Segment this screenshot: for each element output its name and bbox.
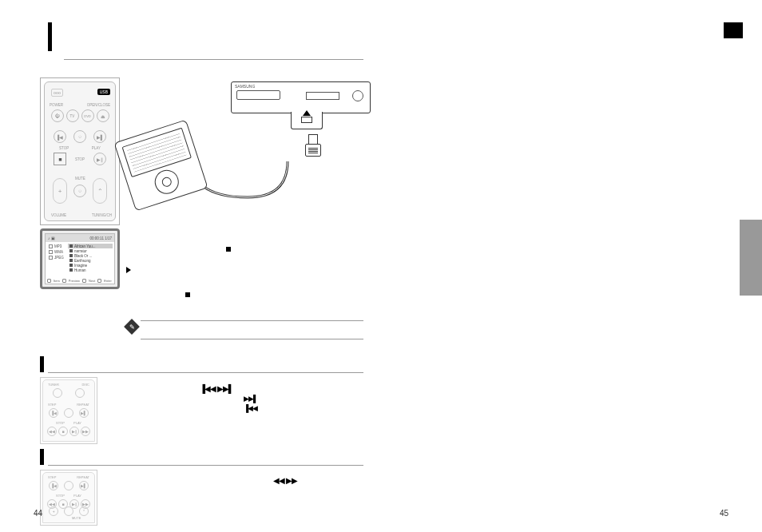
note-divider-top: [141, 320, 363, 321]
page-number-left: 44: [34, 509, 42, 518]
osd-footer-icon: [62, 279, 66, 283]
source-button: ○: [73, 130, 86, 143]
step-pointer: [126, 267, 134, 274]
label-openclose: OPEN/CLOSE: [87, 103, 110, 107]
mute-button: ○: [73, 185, 86, 197]
note-divider-bottom: [141, 339, 363, 339]
osd-side-jpeg: JPEG: [47, 255, 66, 260]
label-stop-mid: STOP: [75, 157, 85, 161]
remote-control-small: TUNER DISC STEP REPEAT ▐◀▶▌ STOP PLAY ◀◀…: [40, 377, 97, 444]
stop-button: ■: [54, 153, 66, 165]
ffrw-icons: ◀◀ ▶▶: [273, 476, 297, 485]
label-volume: VOLUME: [51, 213, 66, 217]
prev-button: ▐◀: [54, 130, 66, 143]
skip-forward-button: ▶▌: [79, 408, 89, 418]
label-mute: MUTE: [75, 177, 85, 181]
brand-label: SAMSUNG: [235, 84, 255, 89]
osd-side-wma: WMA: [47, 249, 66, 255]
skip-forward-icon: ▶▶▌: [244, 395, 257, 403]
label-tuning: TUNING/CH: [92, 213, 112, 217]
osd-footer-icon: [82, 279, 86, 283]
osd-footer-icon: [97, 279, 101, 283]
osd-list-item: Human: [68, 268, 113, 272]
usb-port-icon: [291, 112, 323, 129]
dvd-button: DVD: [81, 109, 94, 122]
osd-footer-icon: [47, 279, 51, 283]
section-marker: [40, 449, 44, 465]
osd-screen-thumbnail: ♪ ▣ 00:00:11 1/17 MP3 WMA JPEG African Y…: [40, 228, 120, 289]
dvd-player-icon: SAMSUNG: [231, 81, 371, 113]
left-page: ○○○ USB POWER OPEN/CLOSE ⏻ TV DVD ⏏ ▐◀ ○…: [0, 0, 381, 532]
page-number-right: 45: [720, 509, 728, 518]
eject-button: ⏏: [97, 109, 109, 122]
remote-control-large: ○○○ USB POWER OPEN/CLOSE ⏻ TV DVD ⏏ ▐◀ ○…: [40, 77, 120, 225]
skip-back-icon: ▐◀◀: [244, 404, 257, 412]
play-pause-button: ▶∥: [93, 153, 106, 165]
remote-small-tag: ○○○: [51, 89, 63, 97]
connection-illustration: SAMSUNG: [123, 81, 371, 209]
page-tab-left: [48, 22, 52, 51]
label-play: PLAY: [92, 146, 101, 150]
bullet-icon: [185, 292, 194, 299]
tv-button: TV: [66, 109, 79, 122]
title-divider: [64, 59, 363, 60]
power-button: ⏻: [51, 109, 64, 122]
section-marker: [40, 356, 44, 372]
skip-back-button: ▐◀: [49, 408, 58, 418]
skip-icons: ▐◀◀ ▶▶▌: [200, 384, 233, 393]
label-stop: STOP: [59, 146, 69, 150]
remote-control-small: STEP REPEAT ▐◀▶▌ STOP PLAY ◀◀■▶∥▶▶ MUTE …: [40, 470, 97, 526]
osd-side-mp3: MP3: [47, 244, 66, 249]
section-divider: [48, 465, 363, 466]
usb-button-icon: USB: [97, 89, 110, 95]
bullet-icon: [226, 247, 235, 253]
note-icon: ✎: [124, 319, 140, 335]
next-button: ▶▌: [93, 130, 106, 143]
side-tab-icon: [740, 220, 762, 296]
label-power: POWER: [50, 103, 63, 107]
channel-up-button: ⌃: [93, 178, 107, 204]
right-page: 45: [381, 0, 762, 532]
osd-title-icon: ♪ ▣: [48, 236, 55, 240]
section-divider: [48, 372, 363, 373]
volume-up-button: +: [53, 178, 67, 204]
usb-plug-icon: [305, 134, 321, 158]
osd-title-right: 00:00:11 1/17: [89, 236, 112, 240]
arrow-up-icon: [303, 110, 311, 116]
page-tab-right: [724, 22, 743, 38]
